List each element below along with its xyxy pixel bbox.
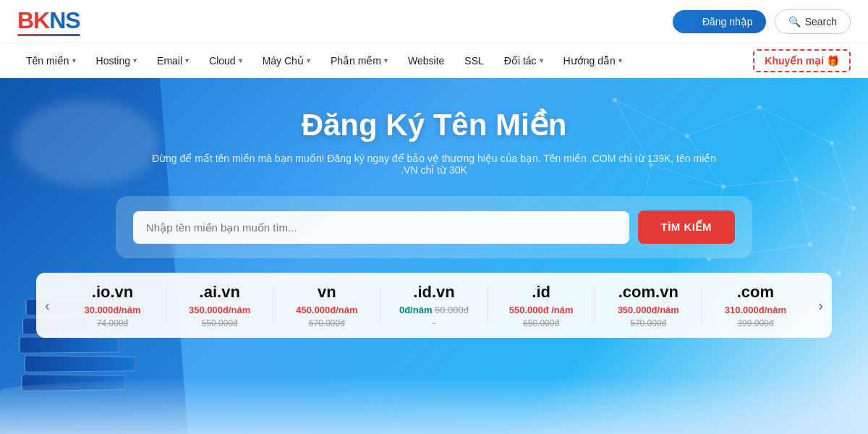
nav-item-ten-mien[interactable]: Tên miền ▾ bbox=[17, 48, 85, 74]
svg-line-16 bbox=[810, 244, 839, 273]
promo-label: Khuyến mại 🎁 bbox=[765, 55, 839, 67]
domain-item-iovn[interactable]: .io.vn 30.000đ/năm 74.000đ bbox=[65, 283, 160, 328]
domain-ext: .ai.vn bbox=[200, 283, 240, 302]
svg-point-23 bbox=[793, 177, 798, 182]
nav-label: Máy Chủ bbox=[263, 55, 304, 67]
svg-line-2 bbox=[760, 107, 832, 143]
divider bbox=[488, 287, 488, 323]
nav-label: Đối tác bbox=[504, 55, 537, 67]
nav-label: Phần mềm bbox=[331, 55, 381, 67]
chevron-down-icon: ▾ bbox=[384, 56, 388, 64]
nav-item-may-chu[interactable]: Máy Chủ ▾ bbox=[254, 48, 319, 74]
svg-line-11 bbox=[796, 179, 810, 244]
domain-price-old: 670.000đ bbox=[309, 318, 345, 328]
svg-point-18 bbox=[685, 134, 689, 138]
hero-section: Đăng Ký Tên Miền Đừng để mất tên miền mà… bbox=[0, 78, 868, 434]
domain-search-container: TÌM KIẾM bbox=[116, 196, 752, 258]
domain-item-comvn[interactable]: .com.vn 350.000đ/năm 570.000đ bbox=[601, 283, 696, 328]
chevron-down-icon: ▾ bbox=[239, 56, 242, 64]
search-label: Search bbox=[805, 16, 837, 27]
header-actions: 👤 Đăng nhập 🔍 Search bbox=[673, 9, 851, 34]
promo-button[interactable]: Khuyến mại 🎁 bbox=[753, 49, 851, 72]
chevron-down-icon: ▾ bbox=[185, 56, 189, 64]
divider bbox=[380, 287, 380, 323]
svg-point-22 bbox=[721, 184, 726, 189]
domain-ext: .com.vn bbox=[618, 283, 678, 302]
divider bbox=[702, 287, 702, 323]
svg-line-15 bbox=[839, 208, 854, 273]
nav-label: Cloud bbox=[209, 55, 236, 67]
domain-price-old: 399.000đ bbox=[737, 318, 773, 328]
network-decor bbox=[579, 78, 868, 295]
domain-item-idvn[interactable]: .id.vn 0đ/năm 60.000đ bbox=[386, 283, 481, 328]
chevron-down-icon: ▾ bbox=[618, 56, 622, 64]
domain-price-old: 74.000đ bbox=[97, 318, 128, 328]
domain-ext: .id.vn bbox=[413, 283, 454, 302]
domain-item-vn[interactable]: vn 450.000đ/năm 670.000đ bbox=[279, 283, 374, 328]
domain-item-id[interactable]: .id 550.000đ /năm 650.000đ bbox=[494, 283, 589, 328]
domain-ext: .com bbox=[737, 283, 774, 302]
login-label: Đăng nhập bbox=[702, 16, 753, 27]
svg-line-0 bbox=[615, 100, 687, 136]
domain-price-current: 350.000đ/năm bbox=[618, 305, 679, 315]
login-button[interactable]: 👤 Đăng nhập bbox=[673, 10, 766, 33]
svg-line-7 bbox=[723, 179, 796, 187]
main-nav: Tên miền ▾ Hosting ▾ Email ▾ Cloud ▾ Máy… bbox=[0, 43, 868, 78]
svg-point-28 bbox=[837, 271, 841, 276]
search-domain-button[interactable]: TÌM KIẾM bbox=[638, 210, 736, 244]
nav-item-phan-mem[interactable]: Phần mềm ▾ bbox=[322, 48, 396, 74]
nav-item-website[interactable]: Website bbox=[399, 48, 453, 74]
svg-point-27 bbox=[808, 242, 812, 247]
domain-item-aivn[interactable]: .ai.vn 350.000đ/năm 550.000đ bbox=[172, 283, 267, 328]
nav-label: Website bbox=[408, 55, 444, 67]
svg-point-24 bbox=[851, 206, 856, 210]
domain-price-old: 650.000đ bbox=[523, 318, 559, 328]
domain-next-button[interactable]: › bbox=[815, 297, 826, 314]
nav-item-hosting[interactable]: Hosting ▾ bbox=[88, 48, 145, 74]
nav-label: Hướng dẫn bbox=[563, 55, 616, 67]
svg-line-1 bbox=[687, 107, 760, 136]
domain-prev-button[interactable]: ‹ bbox=[42, 297, 53, 314]
domain-price-old: 550.000đ bbox=[202, 318, 238, 328]
chevron-down-icon: ▾ bbox=[133, 56, 137, 64]
domain-ext: .io.vn bbox=[92, 283, 133, 302]
chevron-down-icon: ▾ bbox=[307, 56, 310, 64]
svg-line-8 bbox=[796, 179, 854, 208]
hero-cloud-decor bbox=[14, 100, 159, 187]
domain-price-current: 0đ/năm 60.000đ bbox=[399, 305, 469, 315]
nav-item-doi-tac[interactable]: Đối tác ▾ bbox=[495, 48, 552, 74]
svg-point-20 bbox=[830, 141, 834, 145]
user-icon: 👤 bbox=[686, 16, 698, 27]
domain-item-com[interactable]: .com 310.000đ/năm 399.000đ bbox=[708, 283, 803, 328]
domain-price-old bbox=[433, 318, 435, 328]
domain-price-current: 30.000đ/năm bbox=[85, 305, 141, 315]
domain-price-current: 550.000đ /năm bbox=[509, 305, 574, 315]
nav-label: Email bbox=[157, 55, 182, 67]
divider bbox=[595, 287, 595, 323]
hero-title: Đăng Ký Tên Miền bbox=[302, 107, 567, 142]
nav-item-email[interactable]: Email ▾ bbox=[148, 48, 197, 74]
nav-item-huong-dan[interactable]: Hướng dẫn ▾ bbox=[555, 48, 631, 74]
domain-search-input[interactable] bbox=[133, 211, 629, 244]
nav-item-ssl[interactable]: SSL bbox=[456, 48, 492, 74]
divider bbox=[166, 287, 166, 323]
nav-label: Hosting bbox=[96, 55, 130, 67]
domain-price-current: 350.000đ/năm bbox=[189, 305, 250, 315]
hero-subtitle: Đừng để mất tên miền mà bạn muốn! Đăng k… bbox=[145, 153, 723, 176]
divider bbox=[273, 287, 273, 323]
nav-label: SSL bbox=[464, 55, 483, 67]
logo-ns: NS bbox=[49, 7, 80, 33]
svg-line-5 bbox=[760, 107, 796, 179]
chevron-down-icon: ▾ bbox=[540, 56, 543, 64]
domain-ext: .id bbox=[532, 283, 550, 302]
search-button[interactable]: 🔍 Search bbox=[775, 9, 851, 34]
domain-list-container: ‹ .io.vn 30.000đ/năm 74.000đ .ai.vn 350.… bbox=[36, 273, 832, 338]
svg-line-14 bbox=[832, 143, 854, 208]
logo[interactable]: BKNS bbox=[17, 7, 80, 36]
svg-point-19 bbox=[757, 105, 762, 109]
domain-items: .io.vn 30.000đ/năm 74.000đ .ai.vn 350.00… bbox=[65, 283, 803, 328]
nav-item-cloud[interactable]: Cloud ▾ bbox=[200, 48, 251, 74]
domain-ext: vn bbox=[318, 283, 336, 302]
domain-price-old: 570.000đ bbox=[630, 318, 666, 328]
domain-price-current: 310.000đ/năm bbox=[725, 305, 786, 315]
